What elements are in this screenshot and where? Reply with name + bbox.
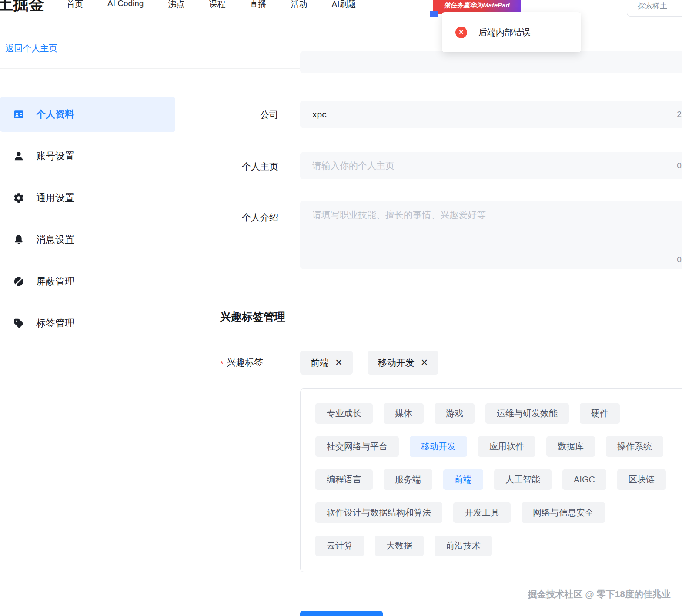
selected-tags: 前端×移动开发× <box>300 351 438 375</box>
nav-item[interactable]: 沸点 <box>168 0 184 10</box>
nav-item[interactable]: AI Coding <box>107 0 144 10</box>
sidebar-item-account[interactable]: 账号设置 <box>0 138 175 174</box>
sidebar-item-label: 标签管理 <box>36 317 74 330</box>
toast-message: 后端内部错误 <box>478 27 531 38</box>
sidebar: 个人资料账号设置通用设置消息设置屏蔽管理标签管理 <box>0 97 175 347</box>
company-field: 2/ <box>300 101 682 128</box>
tag-row: 编程语言服务端前端人工智能AIGC区块链 <box>315 469 682 490</box>
tag-row: 软件设计与数据结构和算法开发工具网络与信息安全 <box>315 502 682 523</box>
search-placeholder: 探索稀土 <box>638 1 667 11</box>
selected-tag-chip[interactable]: 移动开发× <box>368 351 438 375</box>
sidebar-item-general[interactable]: 通用设置 <box>0 180 175 216</box>
tag-icon <box>13 318 24 329</box>
section-heading: 兴趣标签管理 <box>220 310 285 324</box>
tag-option[interactable]: AIGC <box>562 469 606 490</box>
sidebar-item-tags[interactable]: 标签管理 <box>0 305 175 341</box>
sidebar-item-label: 账号设置 <box>36 150 74 163</box>
remove-tag-icon[interactable]: × <box>421 357 428 368</box>
tag-row: 社交网络与平台移动开发应用软件数据库操作系统 <box>315 436 682 457</box>
tag-option[interactable]: 社交网络与平台 <box>315 436 399 457</box>
id-card-icon <box>13 109 24 120</box>
nav-item[interactable]: 活动 <box>291 0 307 10</box>
tag-option[interactable]: 前端 <box>443 469 483 490</box>
watermark: 掘金技术社区 @ 零下18度的佳兆业 <box>528 588 671 600</box>
nav-item[interactable]: 直播 <box>250 0 266 10</box>
chevron-left-icon: ‹ <box>0 42 1 54</box>
intro-field: 0/ <box>300 201 682 269</box>
site-logo[interactable]: 土掘金 <box>0 0 44 15</box>
company-label: 公司 <box>217 109 278 121</box>
tag-option[interactable]: 媒体 <box>384 403 424 424</box>
sidebar-item-label: 通用设置 <box>36 191 74 204</box>
company-input[interactable] <box>311 109 677 120</box>
back-link-label: 返回个人主页 <box>5 43 57 54</box>
sidebar-item-messages[interactable]: 消息设置 <box>0 222 175 258</box>
tag-option[interactable]: 编程语言 <box>315 469 373 490</box>
selected-tag-label: 移动开发 <box>378 357 415 369</box>
homepage-field: 0/ <box>300 152 682 179</box>
nav-menu: 首页AI Coding沸点课程直播活动AI刷题 <box>67 0 356 10</box>
tag-option[interactable]: 移动开发 <box>410 436 467 457</box>
error-toast: × 后端内部错误 <box>442 12 581 52</box>
interest-label-text: 兴趣标签 <box>227 356 263 368</box>
gear-icon <box>13 192 24 204</box>
truncated-field[interactable] <box>300 51 682 73</box>
tag-row: 云计算大数据前沿技术 <box>315 536 682 556</box>
tag-option[interactable]: 软件设计与数据结构和算法 <box>315 502 442 523</box>
remove-tag-icon[interactable]: × <box>335 357 342 368</box>
tag-option[interactable]: 运维与研发效能 <box>485 403 569 424</box>
required-asterisk: * <box>220 358 224 369</box>
tag-option[interactable]: 数据库 <box>546 436 595 457</box>
user-icon <box>13 151 24 162</box>
intro-textarea[interactable] <box>311 208 682 253</box>
tag-option[interactable]: 操作系统 <box>606 436 663 457</box>
tag-option[interactable]: 云计算 <box>315 536 364 556</box>
tag-option[interactable]: 应用软件 <box>478 436 535 457</box>
sidebar-item-label: 屏蔽管理 <box>36 275 74 288</box>
tag-option[interactable]: 网络与信息安全 <box>522 502 605 523</box>
error-close-icon: × <box>455 27 467 38</box>
tag-option[interactable]: 专业成长 <box>315 403 373 424</box>
bell-icon <box>13 234 24 245</box>
tag-option[interactable]: 游戏 <box>435 403 475 424</box>
save-button[interactable] <box>300 611 383 616</box>
tag-option[interactable]: 硬件 <box>580 403 620 424</box>
nav-item[interactable]: 首页 <box>67 0 83 10</box>
block-icon <box>13 276 24 287</box>
selected-tag-label: 前端 <box>311 357 329 369</box>
nav-item[interactable]: 课程 <box>209 0 225 10</box>
intro-label: 个人介绍 <box>217 211 278 224</box>
sidebar-item-label: 消息设置 <box>36 233 74 246</box>
sidebar-divider <box>183 69 183 616</box>
sidebar-item-block[interactable]: 屏蔽管理 <box>0 264 175 299</box>
homepage-label: 个人主页 <box>217 161 278 173</box>
homepage-counter: 0/ <box>677 161 682 171</box>
back-link[interactable]: ‹ 返回个人主页 <box>0 42 57 54</box>
promo-banner-notch <box>430 11 438 17</box>
homepage-input[interactable] <box>311 160 677 171</box>
tag-option[interactable]: 开发工具 <box>453 502 511 523</box>
sidebar-item-profile[interactable]: 个人资料 <box>0 97 175 132</box>
search-box[interactable]: 探索稀土 <box>627 0 682 17</box>
tag-option[interactable]: 人工智能 <box>494 469 552 490</box>
company-counter: 2/ <box>677 110 682 119</box>
tag-row: 专业成长媒体游戏运维与研发效能硬件 <box>315 403 682 424</box>
sidebar-item-label: 个人资料 <box>36 108 74 121</box>
tag-option[interactable]: 区块链 <box>617 469 666 490</box>
tag-option[interactable]: 大数据 <box>375 536 424 556</box>
intro-counter: 0/ <box>677 255 682 264</box>
selected-tag-chip[interactable]: 前端× <box>300 351 353 375</box>
tag-option[interactable]: 前沿技术 <box>435 536 492 556</box>
nav-item[interactable]: AI刷题 <box>331 0 356 10</box>
tag-option[interactable]: 服务端 <box>384 469 432 490</box>
tag-panel: 专业成长媒体游戏运维与研发效能硬件社交网络与平台移动开发应用软件数据库操作系统编… <box>300 388 682 572</box>
interest-label: * 兴趣标签 <box>220 356 263 368</box>
